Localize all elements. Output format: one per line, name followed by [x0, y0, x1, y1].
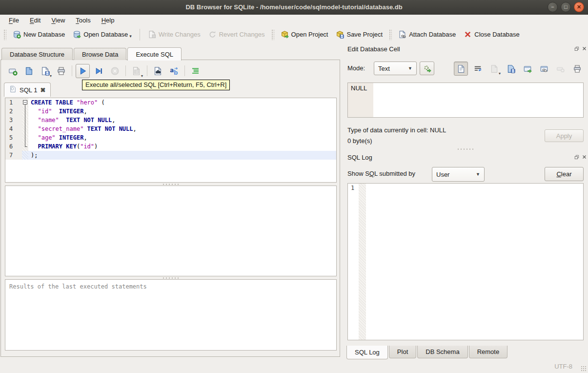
stop-button[interactable]: [108, 64, 122, 78]
tab-database-structure[interactable]: Database Structure: [1, 48, 73, 60]
execute-line-button[interactable]: [92, 64, 106, 78]
format-sql-button[interactable]: ab: [167, 64, 181, 78]
float-dock-icon[interactable]: [574, 46, 580, 54]
save-results-icon: [132, 66, 141, 76]
query-results-grid[interactable]: [5, 186, 337, 276]
text-mode-button[interactable]: [454, 62, 468, 76]
results-message-splitter[interactable]: [162, 277, 180, 279]
write-changes-icon: [148, 30, 156, 39]
close-database-icon: [464, 30, 472, 39]
attach-database-button[interactable]: Attach Database: [394, 28, 460, 41]
cell-value: NULL: [351, 84, 367, 92]
log-gutter: [359, 184, 366, 340]
menu-tools[interactable]: Tools: [71, 16, 95, 25]
line-number: 1: [5, 98, 22, 107]
cell-editor-toolbar: ▾: [454, 62, 584, 76]
titlebar[interactable]: DB Browser for SQLite - /home/user/code/…: [0, 0, 588, 15]
write-changes-button[interactable]: Write Changes: [144, 28, 204, 41]
sql-document-icon: [9, 85, 17, 94]
save-results-button[interactable]: ▾: [129, 64, 143, 78]
resize-grip[interactable]: [581, 366, 587, 372]
mode-select[interactable]: Text ▼: [374, 62, 417, 75]
maximize-button[interactable]: □: [561, 2, 571, 12]
print-cell-icon: [573, 64, 582, 73]
fold-margin: [22, 142, 28, 151]
execute-all-button[interactable]: [76, 64, 90, 78]
menu-view[interactable]: View: [46, 16, 70, 25]
close-database-button[interactable]: Close Database: [460, 28, 524, 41]
open-project-button[interactable]: Open Project: [277, 28, 332, 41]
editor-line-7[interactable]: 7);: [5, 151, 336, 160]
dock-tab-sql-log[interactable]: SQL Log: [346, 346, 388, 359]
main-tabbar: Database StructureBrowse DataExecute SQL: [1, 47, 182, 60]
editor-line-6[interactable]: 6 PRIMARY KEY("id"): [5, 142, 336, 151]
chevron-down-icon: ▾: [141, 74, 143, 78]
dock-splitter[interactable]: [457, 148, 474, 150]
save-project-button[interactable]: Save Project: [332, 28, 386, 41]
stop-icon: [110, 66, 120, 76]
editor-line-4[interactable]: 4 "secret_name" TEXT NOT NULL,: [5, 124, 336, 133]
sql-log-view[interactable]: 1: [347, 183, 584, 340]
indent-button[interactable]: [188, 64, 203, 78]
editor-line-5[interactable]: 5 "age" INTEGER,: [5, 133, 336, 142]
close-dock-icon[interactable]: [582, 46, 588, 54]
editor-line-1[interactable]: 1CREATE TABLE "hero" (: [5, 98, 336, 107]
apply-button[interactable]: Apply: [545, 129, 584, 142]
sql-file-tab[interactable]: SQL 1 ✖: [4, 83, 51, 97]
editor-line-3[interactable]: 3 "name" TEXT NOT NULL,: [5, 116, 336, 124]
dock-tab-db-schema[interactable]: DB Schema: [417, 346, 467, 358]
new-database-button[interactable]: New Database: [9, 28, 69, 41]
dock-tab-remote[interactable]: Remote: [469, 346, 508, 358]
menubar: FileEditViewToolsHelp: [0, 15, 588, 26]
set-null-icon: [556, 64, 565, 73]
window-title: DB Browser for SQLite - /home/user/code/…: [185, 3, 402, 11]
import-data-button[interactable]: ▾: [487, 62, 501, 76]
close-dock-icon[interactable]: [582, 155, 588, 162]
tab-browse-data[interactable]: Browse Data: [74, 48, 126, 60]
toolbar-handle: [3, 29, 6, 40]
cell-value-editor[interactable]: NULL: [347, 83, 584, 118]
menu-file[interactable]: File: [4, 16, 24, 25]
open-database-button[interactable]: Open Database▾: [69, 28, 136, 41]
code-text: CREATE TABLE "hero" (: [28, 98, 336, 107]
results-message-pane[interactable]: Results of the last executed statements: [5, 279, 337, 351]
fold-margin[interactable]: [22, 98, 28, 107]
close-button[interactable]: ✕: [574, 2, 584, 12]
tab-execute-sql[interactable]: Execute SQL: [127, 47, 182, 61]
dock-tab-plot[interactable]: Plot: [389, 346, 416, 358]
import-settings-button[interactable]: [420, 62, 434, 75]
clear-log-button[interactable]: Clear: [545, 167, 584, 181]
editor-results-splitter[interactable]: [162, 183, 180, 186]
set-null-button[interactable]: [553, 62, 568, 76]
sql-file-tabbar: SQL 1 ✖: [4, 83, 51, 97]
find-replace-button[interactable]: [151, 64, 165, 78]
attach-database-icon: [398, 30, 406, 39]
close-tab-icon[interactable]: ✖: [40, 86, 45, 94]
open-database-icon: [73, 30, 81, 39]
export-data-button[interactable]: [504, 62, 518, 76]
fold-collapse-icon[interactable]: [23, 100, 27, 104]
editor-line-2[interactable]: 2 "id" INTEGER,: [5, 107, 336, 116]
show-sql-label: Show SQL submitted by: [347, 170, 415, 177]
word-wrap-button[interactable]: [470, 62, 485, 76]
chevron-down-icon[interactable]: ▾: [129, 34, 132, 39]
sql-editor[interactable]: 1CREATE TABLE "hero" (2 "id" INTEGER,3 "…: [5, 98, 337, 183]
print-button[interactable]: [54, 64, 68, 78]
toolbar-handle: [389, 29, 392, 40]
copy-link-button[interactable]: [537, 62, 551, 76]
code-text: PRIMARY KEY("id"): [28, 142, 336, 151]
toolbar-separator: [72, 65, 72, 76]
open-sql-file-button[interactable]: [22, 64, 36, 78]
menu-help[interactable]: Help: [97, 16, 120, 25]
minimize-button[interactable]: −: [547, 2, 558, 12]
dock-tabbar: SQL LogPlotDB SchemaRemote: [346, 346, 508, 359]
float-dock-icon[interactable]: [574, 155, 580, 162]
sql-source-select[interactable]: User ▼: [432, 167, 485, 182]
print-cell-button[interactable]: [570, 62, 584, 76]
revert-changes-button[interactable]: Revert Changes: [204, 28, 269, 41]
new-sql-tab-button[interactable]: [6, 64, 20, 78]
execute-line-icon: [94, 66, 103, 76]
open-external-button[interactable]: [520, 62, 534, 76]
save-sql-file-button[interactable]: ▾: [38, 64, 52, 78]
menu-edit[interactable]: Edit: [25, 16, 45, 25]
